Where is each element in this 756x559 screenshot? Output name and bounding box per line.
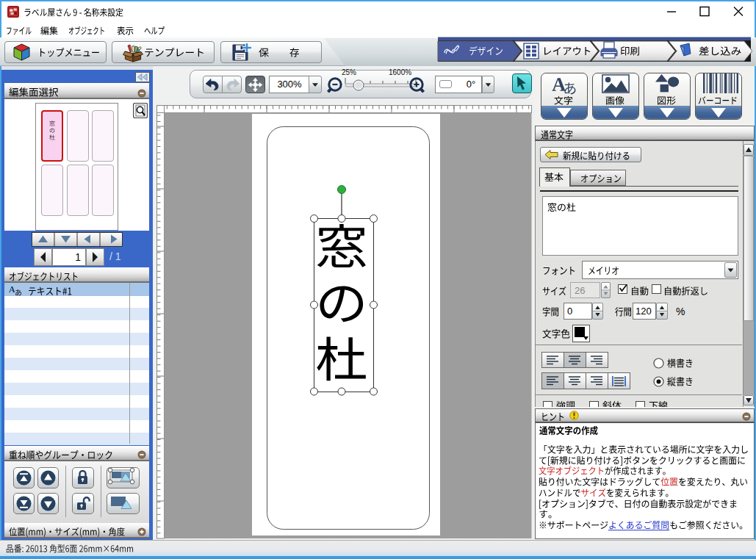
svg-text:1: 1 (75, 251, 81, 263)
